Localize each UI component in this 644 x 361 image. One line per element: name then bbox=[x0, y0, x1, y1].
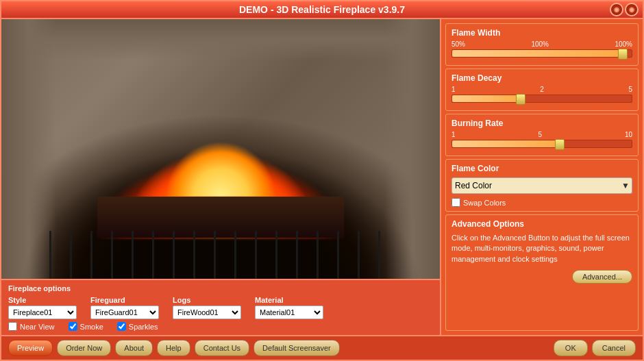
tick bbox=[493, 149, 493, 151]
logs-group: Logs FireWood01 FireWood02 bbox=[173, 296, 241, 319]
grate-bar bbox=[132, 231, 134, 279]
app-window: DEMO - 3D Realistic Fireplace v3.9.7 ◉ ◉ bbox=[0, 0, 644, 361]
default-screensaver-button[interactable]: Default Screensaver bbox=[253, 340, 340, 356]
tick bbox=[532, 149, 532, 151]
flame-width-track[interactable] bbox=[451, 49, 632, 58]
tick bbox=[610, 149, 611, 151]
style-select[interactable]: Fireplace01 Fireplace02 bbox=[8, 306, 77, 319]
tick bbox=[630, 59, 631, 61]
near-view-checkbox-item[interactable]: Near View bbox=[8, 322, 55, 331]
flame-width-title: Flame Width bbox=[451, 28, 632, 38]
style-group: Style Fireplace01 Fireplace02 bbox=[8, 296, 77, 319]
tick bbox=[493, 104, 493, 106]
flame-width-section: Flame Width 50% 100% 100% bbox=[445, 23, 639, 66]
tick bbox=[552, 149, 552, 151]
flame-decay-title: Flame Decay bbox=[451, 73, 632, 83]
flame-decay-track[interactable] bbox=[451, 95, 632, 103]
burning-rate-label-left: 1 bbox=[451, 131, 456, 138]
bottom-bar: Preview Order Now About Help Contact Us … bbox=[1, 335, 643, 360]
logs-select[interactable]: FireWood01 FireWood02 bbox=[173, 306, 241, 319]
smoke-checkbox-item[interactable]: Smoke bbox=[69, 322, 103, 331]
color-select-wrapper: Red Color Blue Color Green Color White C… bbox=[451, 177, 632, 194]
grate-bar bbox=[255, 231, 257, 279]
tick bbox=[473, 59, 473, 61]
burning-rate-thumb[interactable] bbox=[555, 139, 565, 150]
order-now-button[interactable]: Order Now bbox=[57, 340, 111, 356]
flame-width-fill bbox=[452, 50, 623, 57]
flame-width-label-left: 50% bbox=[451, 40, 465, 48]
about-button[interactable]: About bbox=[115, 340, 153, 356]
contact-us-button[interactable]: Contact Us bbox=[195, 340, 249, 356]
tick bbox=[552, 104, 552, 106]
advanced-options-section: Advanced Options Click on the Advanced B… bbox=[445, 214, 639, 331]
tick bbox=[473, 104, 473, 106]
burning-rate-label-right: 10 bbox=[625, 131, 632, 138]
burning-rate-ticks bbox=[451, 149, 632, 151]
ok-button[interactable]: OK bbox=[554, 340, 588, 356]
flame-decay-section: Flame Decay 1 2 5 bbox=[445, 69, 639, 111]
grate-bar bbox=[49, 231, 51, 279]
material-select[interactable]: Material01 Material02 bbox=[255, 306, 323, 319]
flame-color-title: Flame Color bbox=[451, 164, 632, 173]
flame-color-select[interactable]: Red Color Blue Color Green Color White C… bbox=[451, 177, 632, 194]
near-view-label: Near View bbox=[20, 323, 55, 331]
checkboxes-row: Near View Smoke Sparkles bbox=[8, 322, 433, 331]
sparkles-label: Sparkles bbox=[129, 323, 158, 331]
advanced-description: Click on the Advanced Button to adjust t… bbox=[451, 233, 632, 264]
flame-width-label-mid: 100% bbox=[531, 40, 549, 48]
grate-bar bbox=[358, 231, 360, 279]
fireplace-options-title: Fireplace options bbox=[8, 284, 433, 292]
flame-decay-fill bbox=[452, 95, 521, 102]
fireplace-options-panel: Fireplace options Style Fireplace01 Fire… bbox=[1, 279, 440, 335]
tick bbox=[512, 59, 512, 61]
near-view-checkbox[interactable] bbox=[8, 322, 17, 331]
smoke-checkbox[interactable] bbox=[69, 322, 77, 331]
fireguard-group: Fireguard FireGuard01 FireGuard02 bbox=[90, 296, 159, 319]
app-title: DEMO - 3D Realistic Fireplace v3.9.7 bbox=[239, 4, 405, 15]
tick bbox=[453, 104, 454, 106]
main-area: Fireplace options Style Fireplace01 Fire… bbox=[1, 19, 643, 335]
tick bbox=[591, 149, 591, 151]
grate-bar bbox=[111, 231, 113, 279]
sparkles-checkbox-item[interactable]: Sparkles bbox=[117, 322, 158, 331]
logs-label: Logs bbox=[173, 296, 241, 304]
swap-colors-checkbox[interactable] bbox=[451, 198, 460, 207]
tick bbox=[571, 149, 572, 151]
tick bbox=[512, 104, 512, 106]
advanced-title: Advanced Options bbox=[451, 219, 632, 229]
flame-decay-thumb[interactable] bbox=[516, 94, 525, 105]
preview-button[interactable]: Preview bbox=[8, 340, 53, 356]
flame-color-section: Flame Color Red Color Blue Color Green C… bbox=[445, 159, 639, 212]
flame-width-thumb[interactable] bbox=[618, 49, 628, 60]
burning-rate-title: Burning Rate bbox=[451, 119, 632, 128]
smoke-label: Smoke bbox=[80, 323, 103, 331]
fire-top bbox=[152, 128, 289, 197]
fireguard-select[interactable]: FireGuard01 FireGuard02 bbox=[90, 306, 159, 319]
tick bbox=[532, 59, 532, 61]
flame-decay-ticks bbox=[451, 104, 632, 106]
tick bbox=[610, 104, 611, 106]
right-panel: Flame Width 50% 100% 100% bbox=[440, 19, 643, 335]
burning-rate-track[interactable] bbox=[451, 140, 632, 148]
grate-bar bbox=[70, 231, 72, 279]
tick bbox=[571, 59, 572, 61]
tick bbox=[453, 59, 454, 61]
cancel-button[interactable]: Cancel bbox=[592, 340, 636, 356]
tick bbox=[453, 149, 454, 151]
grate-bar bbox=[378, 231, 380, 279]
flame-width-label-right: 100% bbox=[615, 40, 632, 48]
tick bbox=[591, 104, 591, 106]
help-button[interactable]: Help bbox=[157, 340, 190, 356]
burning-rate-label-mid: 5 bbox=[538, 131, 542, 138]
fire-container bbox=[84, 101, 358, 238]
flame-decay-label-right: 5 bbox=[628, 86, 632, 93]
burning-rate-section: Burning Rate 1 5 10 bbox=[445, 114, 639, 156]
grate-bar bbox=[214, 231, 216, 279]
sparkles-checkbox[interactable] bbox=[117, 322, 126, 331]
grate-bar bbox=[296, 231, 298, 279]
grate-bar bbox=[275, 231, 277, 279]
advanced-button[interactable]: Advanced... bbox=[572, 270, 632, 284]
corner-decoration: ◉ ◉ bbox=[610, 3, 639, 16]
burning-rate-fill bbox=[452, 140, 560, 147]
tick bbox=[493, 59, 493, 61]
